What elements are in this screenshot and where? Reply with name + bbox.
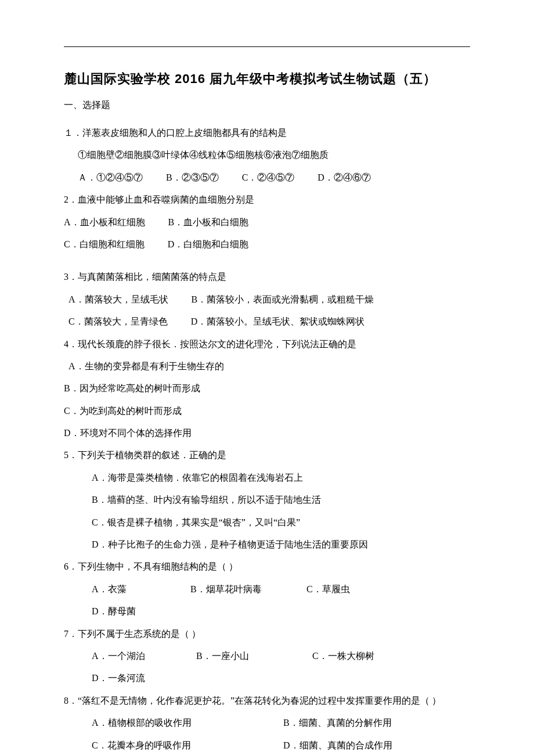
question-7: 7．下列不属于生态系统的是（ ） A．一个湖泊 B．一座小山 C．一株大柳树 D… xyxy=(64,623,470,690)
q4-option-d: D．环境对不同个体的选择作用 xyxy=(64,422,470,444)
q1-sub: ①细胞壁②细胞膜③叶绿体④线粒体⑤细胞核⑥液泡⑦细胞质 xyxy=(64,144,470,166)
q1-option-b: B．②③⑤⑦ xyxy=(166,167,219,189)
q3-options-row2: C．菌落较大，呈青绿色 D．菌落较小。呈绒毛状、絮状或蜘蛛网状 xyxy=(64,311,470,333)
q8-option-d: D．细菌、真菌的合成作用 xyxy=(283,735,392,756)
document-page: 麓山国际实验学校 2016 届九年级中考模拟考试生物试题（五） 一、选择题 １．… xyxy=(0,0,534,756)
q5-stem: 5．下列关于植物类群的叙述．正确的是 xyxy=(64,444,470,466)
q3-stem: 3．与真菌菌落相比，细菌菌落的特点是 xyxy=(64,266,470,288)
q3-option-d: D．菌落较小。呈绒毛状、絮状或蜘蛛网状 xyxy=(191,311,365,333)
q1-option-a: Ａ．①②④⑤⑦ xyxy=(78,167,143,189)
q1-option-c: C．②④⑤⑦ xyxy=(242,167,295,189)
question-4: 4．现代长颈鹿的脖子很长．按照达尔文的进化理沦，下列说法正确的是 A．生物的变异… xyxy=(64,333,470,445)
q8-options-row2: C．花瓣本身的呼吸作用 D．细菌、真菌的合成作用 xyxy=(64,735,470,756)
q4-option-c: C．为吃到高处的树叶而形成 xyxy=(64,400,470,422)
q6-stem: 6．下列生物中，不具有细胞结构的是（ ） xyxy=(64,556,470,578)
top-rule xyxy=(64,46,470,47)
q7-option-d: D．一条河流 xyxy=(92,667,145,689)
q7-option-b: B．一座小山 xyxy=(196,645,289,667)
document-title: 麓山国际实验学校 2016 届九年级中考模拟考试生物试题（五） xyxy=(64,70,470,88)
q2-option-a: A．血小板和红细胞 xyxy=(64,211,145,233)
q7-option-c: C．一株大柳树 xyxy=(312,645,411,667)
q6-option-b: B．烟草花叶病毒 xyxy=(190,578,283,600)
q5-option-d: D．种子比孢子的生命力强，是种子植物更适于陆地生活的重要原因 xyxy=(64,534,470,556)
q1-options: Ａ．①②④⑤⑦ B．②③⑤⑦ C．②④⑤⑦ D．②④⑥⑦ xyxy=(64,167,470,189)
question-5: 5．下列关于植物类群的叙述．正确的是 A．海带是藻类植物．依靠它的根固着在浅海岩… xyxy=(64,444,470,556)
q5-option-c: C．银杏是裸子植物，其果实是“银杏”，又叫“白果” xyxy=(64,512,470,534)
q2-option-c: C．白细胞和红细胞 xyxy=(64,233,145,255)
q3-options-row1: A．菌落较大，呈绒毛状 B．菌落较小，表面或光滑黏稠，或粗糙干燥 xyxy=(64,289,470,311)
q2-options-row1: A．血小板和红细胞 B．血小板和白细胞 xyxy=(64,211,470,233)
q6-option-d: D．酵母菌 xyxy=(92,600,136,622)
q4-stem: 4．现代长颈鹿的脖子很长．按照达尔文的进化理沦，下列说法正确的是 xyxy=(64,333,470,355)
q3-option-b: B．菌落较小，表面或光滑黏稠，或粗糙干燥 xyxy=(192,289,374,311)
q6-options: A．衣藻 B．烟草花叶病毒 C．草履虫 D．酵母菌 xyxy=(64,578,470,623)
q4-option-a: A．生物的变异都是有利于生物生存的 xyxy=(64,355,470,377)
q2-option-d: D．白细胞和白细胞 xyxy=(168,233,249,255)
section-heading: 一、选择题 xyxy=(64,99,470,111)
q4-option-b: B．因为经常吃高处的树叶而形成 xyxy=(64,377,470,399)
q6-option-a: A．衣藻 xyxy=(92,578,167,600)
q1-stem: １．洋葱表皮细胞和人的口腔上皮细胞都具有的结构是 xyxy=(64,122,470,144)
q1-option-d: D．②④⑥⑦ xyxy=(317,167,371,189)
q2-options-row2: C．白细胞和红细胞 D．白细胞和白细胞 xyxy=(64,233,470,255)
q7-options: A．一个湖泊 B．一座小山 C．一株大柳树 D．一条河流 xyxy=(64,645,470,690)
q8-option-c: C．花瓣本身的呼吸作用 xyxy=(92,735,260,756)
question-6: 6．下列生物中，不具有细胞结构的是（ ） A．衣藻 B．烟草花叶病毒 C．草履虫… xyxy=(64,556,470,622)
q3-option-a: A．菌落较大，呈绒毛状 xyxy=(68,289,168,311)
question-8: 8．“落红不是无情物，化作春泥更护花。”在落花转化为春泥的过程中发挥重要作用的是… xyxy=(64,690,470,756)
q5-option-a: A．海带是藻类植物．依靠它的根固着在浅海岩石上 xyxy=(64,467,470,489)
q2-option-b: B．血小板和白细胞 xyxy=(168,211,249,233)
spacer xyxy=(64,255,470,266)
q8-options-row1: A．植物根部的吸收作用 B．细菌、真菌的分解作用 xyxy=(64,712,470,734)
q8-stem: 8．“落红不是无情物，化作春泥更护花。”在落花转化为春泥的过程中发挥重要作用的是… xyxy=(64,690,470,712)
q6-option-c: C．草履虫 xyxy=(306,578,388,600)
q8-option-b: B．细菌、真菌的分解作用 xyxy=(283,712,392,734)
question-2: 2．血液中能够止血和吞噬病菌的血细胞分别是 A．血小板和红细胞 B．血小板和白细… xyxy=(64,189,470,255)
q8-option-a: A．植物根部的吸收作用 xyxy=(92,712,260,734)
question-1: １．洋葱表皮细胞和人的口腔上皮细胞都具有的结构是 ①细胞壁②细胞膜③叶绿体④线粒… xyxy=(64,122,470,189)
q3-option-c: C．菌落较大，呈青绿色 xyxy=(68,311,168,333)
q5-option-b: B．墙藓的茎、叶内没有输导组织，所以不适于陆地生活 xyxy=(64,489,470,511)
q7-stem: 7．下列不属于生态系统的是（ ） xyxy=(64,623,470,645)
q7-option-a: A．一个湖泊 xyxy=(92,645,173,667)
q2-stem: 2．血液中能够止血和吞噬病菌的血细胞分别是 xyxy=(64,189,470,211)
question-3: 3．与真菌菌落相比，细菌菌落的特点是 A．菌落较大，呈绒毛状 B．菌落较小，表面… xyxy=(64,266,470,333)
